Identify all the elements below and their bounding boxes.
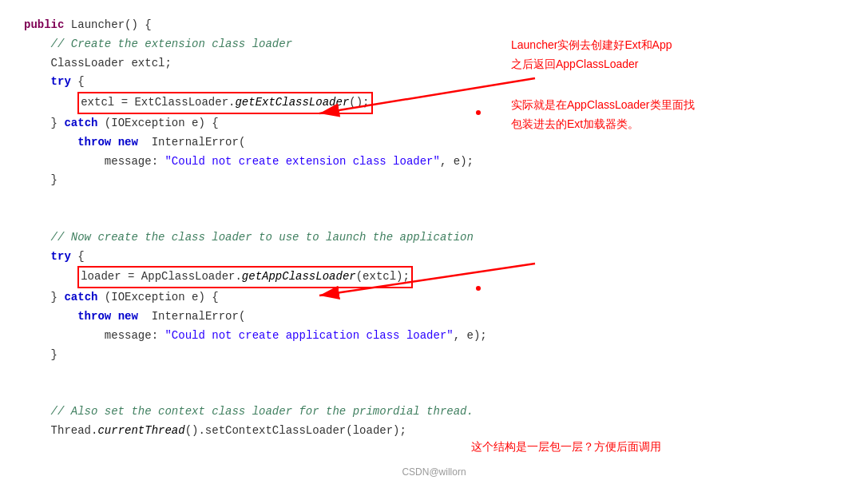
keyword-public: public [24,18,64,31]
dot-1 [476,110,481,115]
code-line-catch2: } catch (IOException e) { [24,288,844,307]
code-line-string2: message: "Could not create application c… [24,327,844,346]
annotation-1: Launcher实例去创建好Ext和App之后返回AppClassLoader [511,36,672,74]
code-line-comment3: // Also set the context class loader for… [24,403,844,422]
keyword-throw-2: throw [77,310,111,323]
comment-2: // Now create the class loader to use to… [24,231,474,244]
code-line-7: throw new InternalError( [24,133,844,153]
annotation-2: 实际就是在AppClassLoader类里面找包装进去的Ext加载器类。 [511,96,695,134]
code-line-blank2 [24,209,844,228]
keyword-try: try [51,75,71,88]
code-line-blank1 [24,190,844,209]
keyword-new-2: new [118,310,138,323]
code-line-8: message: "Could not create extension cla… [24,153,844,172]
code-line-1: public Launcher() { [24,16,844,35]
code-line-5: extcl = ExtClassLoader.getExtClassLoader… [24,92,844,114]
code-line-3: ClassLoader extcl; [24,54,844,73]
code-line-4: try { [24,73,844,92]
code-line-try2: try { [24,248,844,267]
highlight-box-1: extcl = ExtClassLoader.getExtClassLoader… [77,92,372,114]
comment-3: // Also set the context class loader for… [24,405,474,418]
code-line-blank3 [24,364,844,383]
code-line-comment2: // Now create the class loader to use to… [24,228,844,248]
string-2: "Could not create application class load… [164,329,453,342]
keyword-new: new [118,136,138,149]
dot-2 [476,286,481,291]
code-line-last: Thread.currentThread().setContextClassLo… [24,422,844,441]
highlight-box-2: loader = AppClassLoader.getAppClassLoade… [77,266,413,288]
code-line-9: } [24,171,844,190]
code-line-6: } catch (IOException e) { [24,114,844,133]
code-line-boxed2: loader = AppClassLoader.getAppClassLoade… [24,266,844,288]
comment-1: // Create the extension class loader [24,38,292,50]
code-line-blank4 [24,383,844,403]
code-line-close2: } [24,346,844,365]
code-container: public Launcher() { // Create the extens… [0,0,868,457]
watermark: CSDN@willorn [402,466,466,478]
annotation-3: 这个结构是一层包一层？方便后面调用 [471,438,661,457]
code-line-throw2: throw new InternalError( [24,307,844,327]
string-1: "Could not create extension class loader… [164,155,439,168]
keyword-catch-2: catch [64,291,97,303]
keyword-try-2: try [51,250,71,263]
keyword-throw: throw [77,136,111,149]
code-line-2: // Create the extension class loader [24,35,844,54]
keyword-catch: catch [64,117,97,129]
